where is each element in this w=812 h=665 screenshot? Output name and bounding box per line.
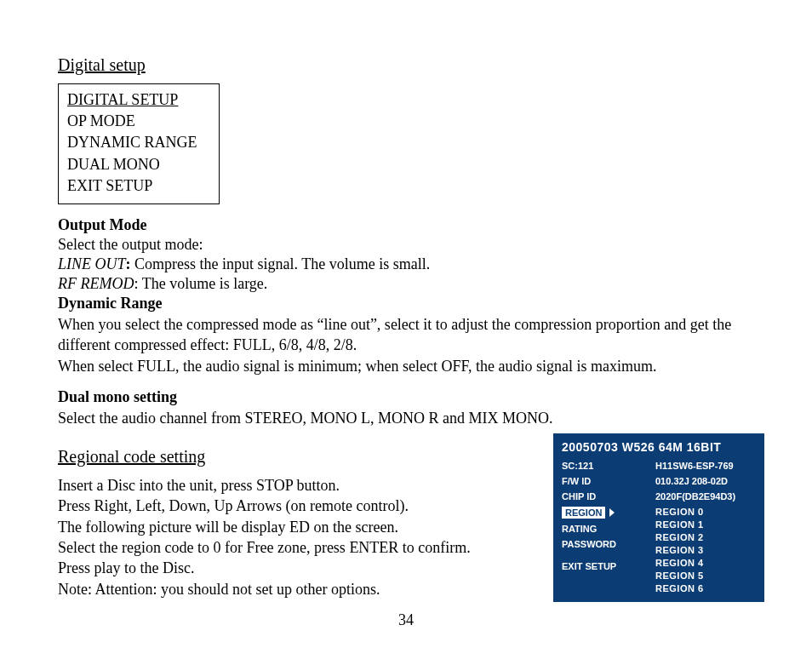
dual-mono-p: Select the audio channel from STEREO, MO… xyxy=(58,408,765,428)
password-menu-item[interactable]: PASSWORD xyxy=(562,539,655,549)
sc-value: H11SW6-ESP-769 xyxy=(655,461,756,471)
chip-id-value: 2020F(DB2E94D3) xyxy=(655,491,756,502)
digital-setup-heading: Digital setup xyxy=(58,55,765,75)
regional-line: Press play to the Disc. xyxy=(58,558,535,578)
menu-item: EXIT SETUP xyxy=(67,175,210,197)
fw-id-value: 010.32J 208-02D xyxy=(655,476,756,486)
firmware-menu: REGION RATING PASSWORD EXIT SETUP xyxy=(562,507,655,596)
region-option[interactable]: REGION 1 xyxy=(655,519,704,530)
rf-remod-row: RF REMOD: The volume is large. xyxy=(58,275,765,293)
firmware-top-line: 20050703 W526 64M 16BIT xyxy=(562,440,756,454)
region-option[interactable]: REGION 3 xyxy=(655,545,704,555)
output-mode-intro: Select the output mode: xyxy=(58,236,765,254)
menu-item: DYNAMIC RANGE xyxy=(67,132,210,153)
line-out-label: LINE OUT xyxy=(58,255,126,272)
regional-line: Insert a Disc into the unit, press STOP … xyxy=(58,475,535,496)
dynamic-range-p2: When select FULL, the audio signal is mi… xyxy=(58,356,765,376)
dynamic-range-title: Dynamic Range xyxy=(58,295,765,312)
rating-menu-item[interactable]: RATING xyxy=(562,524,655,534)
exit-setup-menu-item[interactable]: EXIT SETUP xyxy=(562,561,655,571)
region-list: REGION 0 REGION 1 REGION 2 REGION 3 REGI… xyxy=(655,507,704,596)
page-number: 34 xyxy=(0,611,812,629)
region-menu-item[interactable]: REGION xyxy=(562,507,655,519)
region-option[interactable]: REGION 0 xyxy=(655,507,704,517)
regional-line: Press Right, Left, Down, Up Arrows (on r… xyxy=(58,496,535,516)
region-option[interactable]: REGION 4 xyxy=(655,558,704,568)
chip-id-label: CHIP ID xyxy=(562,491,655,502)
firmware-panel: 20050703 W526 64M 16BIT SC:121 H11SW6-ES… xyxy=(553,433,764,602)
regional-line: The following picture will be display ED… xyxy=(58,517,535,537)
region-option[interactable]: REGION 2 xyxy=(655,532,704,542)
region-option[interactable]: REGION 6 xyxy=(655,583,704,593)
output-mode-title: Output Mode xyxy=(58,216,765,234)
fw-id-label: F/W ID xyxy=(562,476,655,486)
regional-line: Select the region code to 0 for Free zon… xyxy=(58,537,535,558)
menu-item: DUAL MONO xyxy=(67,154,210,175)
line-out-desc: Compress the input signal. The volume is… xyxy=(131,255,431,272)
line-out-row: LINE OUT: Compress the input signal. The… xyxy=(58,255,765,273)
digital-setup-menu: DIGITAL SETUP OP MODE DYNAMIC RANGE DUAL… xyxy=(58,83,220,204)
sc-label: SC:121 xyxy=(562,461,655,471)
region-option[interactable]: REGION 5 xyxy=(655,570,704,581)
menu-item: OP MODE xyxy=(67,111,210,132)
menu-title: DIGITAL SETUP xyxy=(67,89,210,111)
rf-remod-label: RF REMOD xyxy=(58,275,134,292)
dynamic-range-p1: When you select the compressed mode as “… xyxy=(58,314,765,356)
regional-line: Note: Attention: you should not set up o… xyxy=(58,579,535,599)
region-button[interactable]: REGION xyxy=(562,507,605,519)
dual-mono-title: Dual mono setting xyxy=(58,388,765,406)
rf-remod-desc: : The volume is large. xyxy=(134,275,267,292)
triangle-right-icon xyxy=(609,508,615,517)
